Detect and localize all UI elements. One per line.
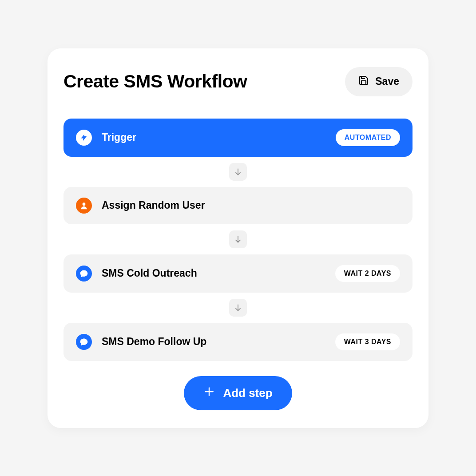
arrow-down-icon (229, 163, 247, 181)
save-label: Save (375, 75, 399, 87)
step-label: SMS Cold Outreach (102, 267, 197, 279)
svg-point-1 (83, 202, 86, 206)
step-assign[interactable]: Assign Random User (63, 187, 413, 224)
step-demo-followup[interactable]: SMS Demo Follow Up WAIT 3 DAYS (63, 323, 413, 361)
add-step-label: Add step (223, 386, 272, 400)
chat-icon (76, 266, 92, 282)
page-title: Create SMS Workflow (63, 71, 247, 92)
step-cold-outreach[interactable]: SMS Cold Outreach WAIT 2 DAYS (63, 254, 413, 293)
user-icon (76, 198, 92, 214)
arrow-down-icon (229, 299, 247, 317)
workflow-card: Create SMS Workflow Save Trigger AUTOMAT… (48, 48, 428, 428)
chat-icon (76, 334, 92, 350)
add-step-button[interactable]: Add step (184, 376, 292, 410)
save-icon (358, 75, 369, 88)
step-trigger[interactable]: Trigger AUTOMATED (63, 119, 413, 157)
arrow-down-icon (229, 230, 247, 248)
step-label: SMS Demo Follow Up (102, 336, 206, 348)
badge-wait: WAIT 2 DAYS (335, 265, 400, 282)
header: Create SMS Workflow Save (63, 67, 413, 96)
bolt-icon (76, 130, 92, 146)
save-button[interactable]: Save (345, 67, 413, 96)
badge-wait: WAIT 3 DAYS (335, 333, 400, 350)
badge-automated: AUTOMATED (336, 129, 400, 146)
step-label: Assign Random User (102, 199, 205, 211)
step-label: Trigger (102, 131, 136, 143)
plus-icon (203, 386, 215, 401)
